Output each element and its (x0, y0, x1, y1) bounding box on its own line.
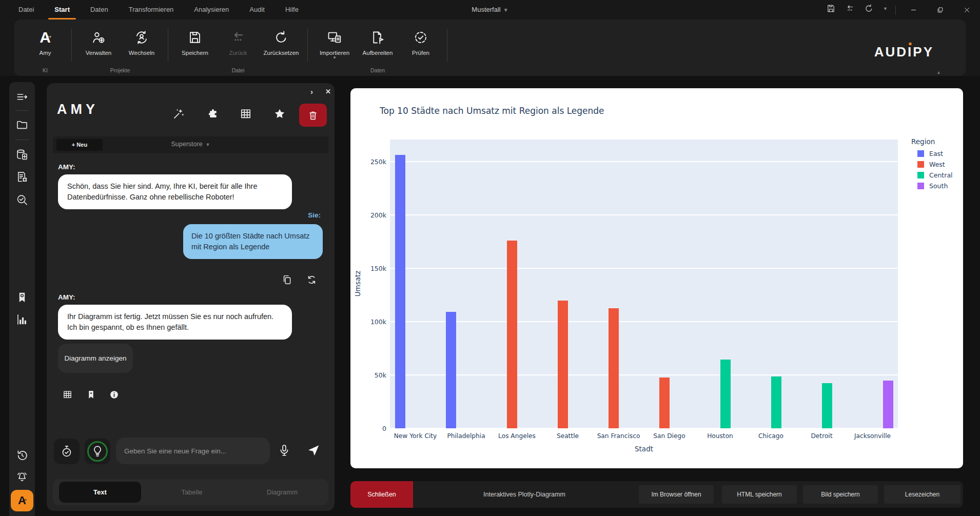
chat-tab-text[interactable]: Text (59, 482, 141, 503)
bar-new-york-city[interactable] (395, 155, 405, 428)
chat-tab-diagramm[interactable]: Diagramm (241, 482, 323, 503)
chat-tab-tabelle[interactable]: Tabelle (151, 482, 233, 503)
y-tick-label: 200k (370, 211, 386, 219)
microphone-button[interactable] (278, 444, 291, 457)
x-tick-label: Detroit (811, 432, 832, 440)
x-tick-label: New York City (394, 432, 437, 440)
menu-tab-audit[interactable]: Audit (239, 0, 275, 21)
x-tick-label: Philadelphia (447, 432, 485, 440)
sidebar-item-bookmark-add[interactable] (15, 291, 29, 304)
save-icon[interactable] (826, 4, 836, 13)
ribbon-button-label: Speichern (182, 50, 208, 56)
dataset-selector-dropdown[interactable]: Superstore▼ (47, 141, 335, 148)
sidebar-item-notifications[interactable] (15, 471, 29, 484)
sidebar-item-bar-chart[interactable] (15, 313, 29, 326)
chat-close-button[interactable]: ✕ (325, 88, 331, 95)
ribbon-button-speichern[interactable]: Speichern (173, 25, 217, 56)
legend-item-central[interactable]: Central (917, 171, 953, 179)
bar-detroit[interactable] (822, 383, 832, 428)
legend-item-south[interactable]: South (917, 182, 953, 190)
reply-info-button[interactable] (109, 389, 120, 400)
send-button[interactable] (306, 443, 321, 458)
copy-message-button[interactable] (281, 274, 293, 286)
save-icon (187, 30, 203, 45)
x-tick-label: San Francisco (597, 432, 640, 440)
reply-grid-button[interactable] (62, 389, 73, 400)
footer-label: Interaktives Plotly-Diagramm (483, 481, 565, 508)
footer-button-im-browser-öffnen[interactable]: Im Browser öffnen (639, 485, 714, 504)
back-arrow-icon[interactable] (845, 4, 855, 13)
menu-tab-daten[interactable]: Daten (80, 0, 119, 21)
manage-icon (91, 30, 106, 45)
chat-question-input[interactable] (116, 438, 270, 464)
ribbon-button-aufbereiten[interactable]: Aufbereiten (356, 25, 399, 59)
amy-message-label: AMY: (58, 293, 75, 301)
ribbon-button-prüfen[interactable]: Prüfen (399, 25, 442, 59)
chevron-down-icon: ▼ (503, 7, 508, 13)
footer-button-html-speichern[interactable]: HTML speichern (722, 485, 797, 504)
sidebar-item-folder[interactable] (15, 118, 29, 131)
chart-footer-bar: Schließen Interaktives Plotly-Diagramm I… (350, 481, 963, 508)
sidebar-item-history[interactable] (15, 449, 29, 462)
ribbon-button-verwalten[interactable]: Verwalten (77, 25, 120, 56)
x-tick-label: Seattle (557, 432, 579, 440)
menu-tab-datei[interactable]: Datei (8, 0, 44, 21)
sidebar-item-search-check[interactable] (15, 193, 29, 207)
chat-toolbar-grid-button[interactable] (239, 107, 252, 121)
import-icon (327, 30, 342, 45)
menu-tab-transformieren[interactable]: Transformieren (119, 0, 184, 21)
menu-tab-analysieren[interactable]: Analysieren (184, 0, 239, 21)
reply-bookmark-dot-button[interactable] (86, 389, 96, 400)
close-window-button[interactable] (953, 0, 980, 19)
sidebar-item-database-document[interactable] (15, 148, 29, 162)
bar-philadelphia[interactable] (446, 312, 456, 428)
chevron-down-icon: ▼ (206, 142, 210, 147)
delete-chat-button[interactable] (299, 104, 327, 127)
show-chart-button[interactable]: Diagramm anzeigen (58, 344, 133, 373)
sidebar-amy-button[interactable]: AMY (11, 490, 33, 511)
reset-icon[interactable] (864, 4, 874, 13)
bar-san-diego[interactable] (659, 378, 670, 428)
menu-tab-start[interactable]: Start (44, 0, 80, 21)
regen-message-button[interactable] (306, 274, 318, 286)
footer-button-lesezeichen[interactable]: Lesezeichen (884, 485, 961, 504)
footer-button-bild-speichern[interactable]: Bild speichern (803, 485, 878, 504)
bulb-button[interactable] (85, 439, 110, 464)
chat-collapse-button[interactable]: › (310, 87, 313, 96)
minimize-window-button[interactable] (900, 0, 927, 19)
close-chart-button[interactable]: Schließen (350, 481, 413, 508)
sidebar-divider (15, 110, 29, 111)
ribbon-group-caption: KI (18, 67, 72, 73)
chat-toolbar-star-button[interactable] (273, 107, 286, 121)
bar-chicago[interactable] (771, 376, 781, 428)
close-icon (963, 6, 971, 14)
ribbon-button-label: Wechseln (129, 50, 154, 56)
chevron-down-icon[interactable]: ▼ (883, 6, 888, 11)
chat-toolbar-wand-button[interactable] (172, 107, 185, 121)
bar-san-francisco[interactable] (609, 308, 619, 428)
bar-jacksonville[interactable] (883, 381, 893, 428)
ribbon-button-amy[interactable]: AMYAmy (24, 25, 67, 56)
menu-tab-hilfe[interactable]: Hilfe (275, 0, 309, 21)
bar-los-angeles[interactable] (507, 241, 517, 428)
legend-item-west[interactable]: West (917, 161, 953, 168)
legend-label: West (929, 161, 945, 168)
chat-toolbar-puzzle-button[interactable] (206, 107, 220, 121)
sidebar-item-document-add[interactable] (15, 170, 29, 184)
ribbon-group-daten: Importieren▼AufbereitenPrüfenDaten (308, 19, 447, 76)
bar-houston[interactable] (720, 360, 731, 428)
case-selector-dropdown[interactable]: Musterfall▼ (472, 0, 508, 20)
bar-seattle[interactable] (558, 301, 568, 428)
x-tick-label: San Diego (653, 432, 685, 440)
sidebar-item-expand-menu[interactable] (15, 91, 29, 104)
sidebar: AMY (9, 82, 35, 516)
legend-item-east[interactable]: East (917, 150, 953, 157)
stopwatch-button[interactable] (54, 439, 80, 464)
ribbon-button-zurücksetzen[interactable]: Zurücksetzen (260, 25, 303, 56)
ribbon-collapse-button[interactable]: ▲ (936, 70, 941, 75)
ribbon-button-importieren[interactable]: Importieren▼ (313, 25, 356, 59)
ribbon-button-wechseln[interactable]: Wechseln (120, 25, 163, 56)
maximize-window-button[interactable] (927, 0, 953, 19)
check-badge-icon (413, 30, 428, 45)
legend-label: Central (929, 171, 953, 179)
